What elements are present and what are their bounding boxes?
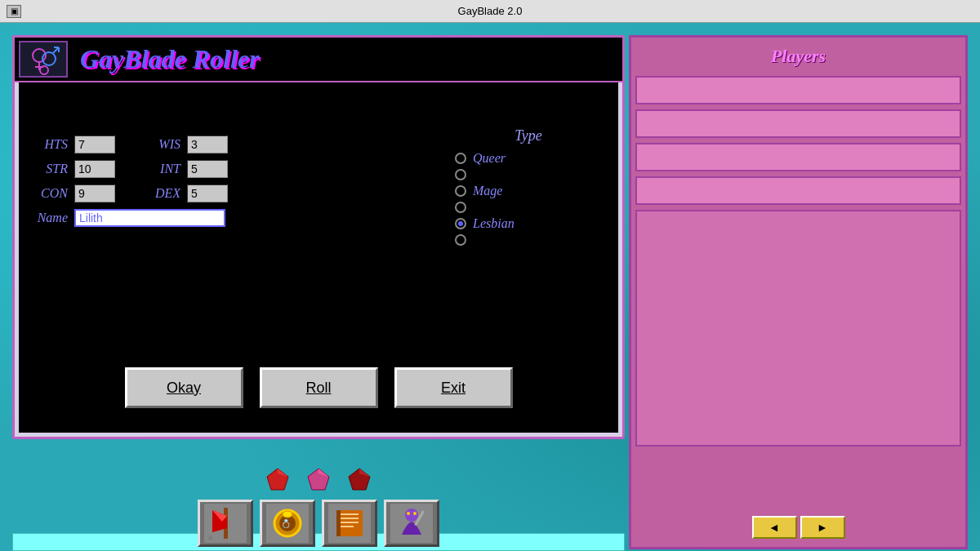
radio-queer-label: Queer [473,151,506,166]
svg-rect-27 [341,522,359,523]
radio-empty-2[interactable] [455,202,602,213]
gem-2 [305,467,333,491]
panel-header: GayBlade Roller [15,38,622,82]
svg-text:⚔: ⚔ [207,534,213,541]
player-slot-2[interactable] [635,109,961,138]
dex-input[interactable] [187,184,228,202]
window-close-btn[interactable]: ▣ [7,5,21,18]
players-large-area [635,210,961,447]
radio-empty-3[interactable] [455,234,602,246]
gem-3 [345,467,374,491]
svg-point-7 [40,66,48,74]
left-panel: GayBlade Roller HTS WIS STR INT [12,35,625,439]
player-slot-3[interactable] [635,143,961,171]
radio-lesbian-btn[interactable] [455,218,466,229]
int-input[interactable] [187,160,228,178]
radio-queer[interactable]: Queer [455,151,602,166]
app-title: GayBlade Roller [80,44,260,74]
hts-label: HTS [27,137,68,152]
svg-rect-25 [341,513,359,515]
svg-text:💍: 💍 [281,518,292,529]
gem-1 [264,467,292,491]
radio-empty-3-btn[interactable] [455,234,466,246]
window-title: GayBlade 2.0 [458,5,523,17]
okay-button[interactable]: Okay [125,367,243,408]
svg-line-4 [53,47,59,53]
type-section: Type Queer Mage [455,127,602,249]
con-input[interactable] [74,184,115,202]
str-label: STR [27,162,68,176]
nav-buttons: ◄ ► [752,516,845,539]
players-title: Players [635,42,961,71]
wis-input[interactable] [187,136,228,153]
radio-empty-1-btn[interactable] [455,169,466,180]
player-slot-4[interactable] [635,176,961,205]
svg-rect-28 [341,526,354,527]
title-bar: ▣ GayBlade 2.0 [0,0,980,23]
con-label: CON [27,186,68,201]
str-input[interactable] [74,160,115,178]
buttons-area: Okay Roll Exit [19,367,618,408]
svg-point-30 [405,509,418,522]
svg-rect-24 [336,510,341,536]
radio-lesbian[interactable]: Lesbian [455,216,602,231]
player-slot-1[interactable] [635,76,961,104]
svg-rect-26 [341,518,359,519]
type-title: Type [455,127,602,144]
panel-content: HTS WIS STR INT CON DEX [19,82,618,433]
axe-icon-button[interactable]: ⚔ [198,500,253,547]
svg-point-31 [407,512,410,515]
icon-buttons-row: ⚔ 💍 [198,500,439,547]
players-panel: Players ◄ ► [629,35,968,549]
wis-label: WIS [148,137,180,152]
name-input[interactable] [74,209,225,227]
radio-mage-label: Mage [473,184,502,198]
radio-queer-btn[interactable] [455,153,466,164]
hts-input[interactable] [74,136,115,153]
svg-point-32 [413,512,416,515]
name-label: Name [27,211,68,225]
main-area: GayBlade Roller HTS WIS STR INT [0,23,980,551]
logo-symbol [23,41,64,78]
nav-prev-button[interactable]: ◄ [752,516,797,539]
nav-next-button[interactable]: ► [800,516,845,539]
exit-button[interactable]: Exit [394,367,513,408]
book-icon-button[interactable] [322,500,377,547]
logo-icon [19,41,68,78]
bottom-area: ⚔ 💍 [12,467,625,547]
dex-label: DEX [148,186,180,201]
int-label: INT [148,162,180,176]
radio-mage[interactable]: Mage [455,184,602,198]
radio-empty-2-btn[interactable] [455,202,466,213]
gems-row [264,467,374,491]
radio-empty-1[interactable] [455,169,602,180]
radio-lesbian-label: Lesbian [473,216,514,231]
radio-mage-btn[interactable] [455,185,466,197]
character-icon-button[interactable] [384,500,439,547]
ring-icon-button[interactable]: 💍 [260,500,315,547]
roll-button[interactable]: Roll [260,367,378,408]
svg-point-20 [283,511,292,518]
